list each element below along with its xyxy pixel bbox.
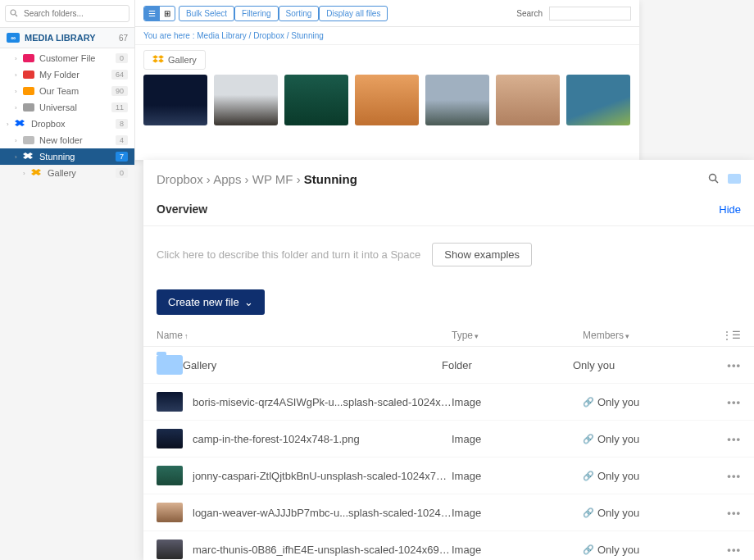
- grid-view-icon[interactable]: ⊞: [160, 7, 175, 20]
- more-actions-button[interactable]: •••: [708, 470, 741, 482]
- thumbnail[interactable]: [143, 75, 207, 125]
- toolbar: ☰ ⊞ Bulk SelectFilteringSortingDisplay a…: [135, 0, 639, 27]
- file-row[interactable]: camp-in-the-forest-1024x748-1.pngImage🔗O…: [143, 421, 754, 458]
- file-row[interactable]: boris-misevic-qrz4ASIWgPk-u...splash-sca…: [143, 384, 754, 421]
- view-options-icon[interactable]: ⋮☰: [708, 330, 741, 341]
- file-row[interactable]: GalleryFolderOnly you•••: [143, 347, 754, 384]
- chevron-icon: ›: [15, 137, 23, 144]
- describe-placeholder[interactable]: Click here to describe this folder and t…: [157, 248, 420, 261]
- sidebar-item-dropbox[interactable]: ›Dropbox8: [0, 116, 134, 132]
- folder-icon: [23, 87, 34, 95]
- create-new-file-button[interactable]: Create new file ⌄: [157, 289, 265, 315]
- file-row[interactable]: jonny-caspari-ZtlQjtbkBnU-unsplash-scale…: [143, 458, 754, 494]
- toolbar-search-label: Search: [516, 9, 543, 18]
- sidebar-item-customer-file[interactable]: ›Customer File0: [0, 50, 134, 66]
- folder-icon: [23, 136, 34, 144]
- dropdown-icon: ▾: [625, 332, 629, 340]
- thumbnail[interactable]: [214, 75, 278, 125]
- toolbar-search-input[interactable]: [549, 7, 631, 20]
- column-name[interactable]: Name↑: [157, 330, 452, 341]
- more-actions-button[interactable]: •••: [708, 433, 741, 445]
- toolbar-bulk-select-button[interactable]: Bulk Select: [179, 6, 234, 21]
- sidebar-item-count: 7: [116, 152, 128, 162]
- file-type: Image: [452, 544, 583, 556]
- image-thumbnail-icon: [157, 540, 183, 559]
- sidebar-item-my-folder[interactable]: ›My Folder64: [0, 66, 134, 83]
- more-actions-button[interactable]: •••: [708, 359, 741, 371]
- search-input[interactable]: [5, 5, 129, 22]
- file-row[interactable]: logan-weaver-wAJJJbP7mbc-u...splash-scal…: [143, 494, 754, 531]
- sidebar-item-universal[interactable]: ›Universal11: [0, 99, 134, 116]
- list-view-icon[interactable]: ☰: [144, 7, 160, 20]
- dropbox-search-button[interactable]: [705, 170, 723, 188]
- hide-button[interactable]: Hide: [719, 203, 741, 216]
- folder-view-icon[interactable]: [728, 174, 741, 184]
- media-library-panel: ∞ MEDIA LIBRARY 67 ›Customer File0›My Fo…: [0, 0, 639, 160]
- file-members: 🔗Only you: [583, 470, 708, 482]
- thumbnail[interactable]: [496, 75, 560, 125]
- chevron-icon: ›: [7, 121, 15, 128]
- svg-point-0: [11, 10, 16, 15]
- breadcrumb-prefix: You are here :: [143, 31, 194, 40]
- link-icon: 🔗: [583, 508, 594, 518]
- file-type: Image: [452, 507, 583, 519]
- image-thumbnail-icon: [157, 503, 183, 522]
- sidebar-item-label: Universal: [39, 102, 111, 112]
- folder-icon: [23, 71, 34, 79]
- thumbnail[interactable]: [355, 75, 419, 125]
- svg-line-1: [16, 15, 18, 17]
- overview-row: Overview Hide: [143, 198, 754, 225]
- link-icon: 🔗: [583, 434, 594, 444]
- thumbnail-row: [135, 75, 639, 125]
- gallery-tag[interactable]: Gallery: [143, 50, 206, 70]
- sidebar-item-label: New folder: [39, 135, 116, 145]
- sidebar-item-count: 0: [116, 53, 128, 63]
- view-toggle[interactable]: ☰ ⊞: [143, 6, 175, 21]
- sidebar-item-label: Dropbox: [31, 119, 116, 129]
- sort-asc-icon: ↑: [184, 332, 188, 340]
- more-actions-button[interactable]: •••: [708, 507, 741, 519]
- file-members: 🔗Only you: [583, 507, 708, 519]
- sidebar-item-count: 11: [111, 102, 128, 112]
- column-type[interactable]: Type▾: [452, 330, 583, 341]
- thumbnail[interactable]: [566, 75, 630, 125]
- file-name: jonny-caspari-ZtlQjtbkBnU-unsplash-scale…: [193, 470, 452, 482]
- file-members: 🔗Only you: [583, 544, 708, 556]
- more-actions-button[interactable]: •••: [708, 396, 741, 408]
- sidebar-item-label: Gallery: [48, 168, 116, 178]
- file-type: Image: [452, 433, 583, 445]
- sidebar: ∞ MEDIA LIBRARY 67 ›Customer File0›My Fo…: [0, 0, 135, 160]
- breadcrumb-link[interactable]: Stunning: [291, 31, 323, 40]
- chevron-icon: ›: [15, 71, 23, 79]
- file-name: marc-thunis-0B86_ifhE4E-unsplash-scaled-…: [193, 544, 452, 556]
- sidebar-item-gallery[interactable]: ›Gallery0: [0, 165, 134, 181]
- toolbar-sorting-button[interactable]: Sorting: [279, 6, 320, 21]
- chevron-icon: ›: [23, 170, 31, 177]
- more-actions-button[interactable]: •••: [708, 544, 741, 556]
- breadcrumb-link[interactable]: Media Library: [197, 31, 247, 40]
- dropbox-icon: [152, 55, 164, 65]
- thumbnail[interactable]: [425, 75, 489, 125]
- dropbox-breadcrumb[interactable]: Dropbox › Apps › WP MF › Stunning: [157, 172, 357, 186]
- dropbox-icon: [31, 169, 43, 177]
- file-type: Folder: [442, 359, 573, 371]
- sidebar-item-stunning[interactable]: ›Stunning7: [0, 148, 134, 165]
- show-examples-button[interactable]: Show examples: [432, 243, 532, 266]
- file-row[interactable]: marc-thunis-0B86_ifhE4E-unsplash-scaled-…: [143, 531, 754, 560]
- chevron-icon: ›: [15, 55, 23, 62]
- chevron-icon: ›: [15, 153, 23, 161]
- link-icon: 🔗: [583, 544, 594, 555]
- chevron-icon: ›: [15, 88, 23, 95]
- thumbnail[interactable]: [284, 75, 348, 125]
- toolbar-filtering-button[interactable]: Filtering: [234, 6, 279, 21]
- sidebar-item-our-team[interactable]: ›Our Team90: [0, 83, 134, 99]
- overview-title: Overview: [157, 203, 207, 216]
- toolbar-display-all-files-button[interactable]: Display all files: [319, 6, 388, 21]
- sidebar-item-count: 0: [116, 168, 128, 178]
- breadcrumb-link[interactable]: Dropbox: [253, 31, 284, 40]
- sidebar-item-new-folder[interactable]: ›New folder4: [0, 132, 134, 148]
- library-header[interactable]: ∞ MEDIA LIBRARY 67: [0, 28, 134, 48]
- column-members[interactable]: Members▾: [583, 330, 708, 341]
- sidebar-item-count: 4: [116, 135, 128, 145]
- main-area: ☰ ⊞ Bulk SelectFilteringSortingDisplay a…: [135, 0, 639, 160]
